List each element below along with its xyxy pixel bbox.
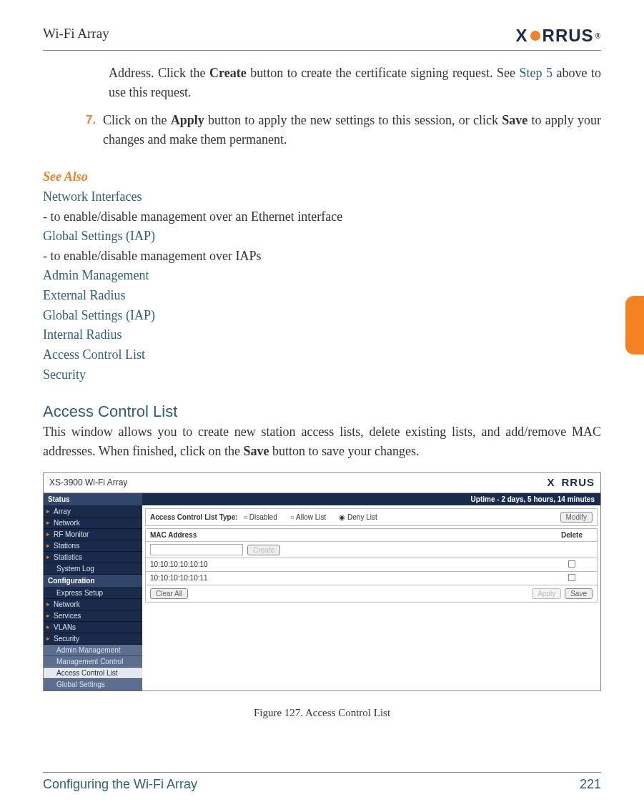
see-also-heading: See Also (43, 169, 601, 184)
sidebar-item[interactable]: Stations (44, 540, 142, 552)
footer-page-number: 221 (580, 777, 601, 792)
create-word: Create (209, 66, 247, 80)
sidebar-sub-active[interactable]: Access Control List (44, 668, 142, 679)
see-also-rest: - to enable/disable management over an E… (43, 209, 342, 224)
sidebar-sub[interactable]: Management Control (44, 656, 142, 668)
screenshot-figure: XS-3900 Wi-Fi Array X RRUS Status Array … (43, 472, 601, 691)
sidebar-item[interactable]: Network (44, 518, 142, 529)
mac-value: 10:10:10:10:10:10 (150, 560, 551, 569)
delete-checkbox[interactable] (568, 560, 575, 568)
radio-deny[interactable]: ◉ Deny List (339, 513, 377, 521)
page-edge-tab (625, 296, 644, 355)
xirrus-logo: X RRUS ® (516, 26, 601, 46)
radio-label: Deny List (347, 513, 377, 521)
sidebar-item[interactable]: Security (44, 633, 142, 645)
sidebar-subitem[interactable]: System Log (44, 563, 142, 575)
fig-logo-after: RRUS (561, 476, 595, 488)
step-7: 7. Click on the Apply button to apply th… (86, 111, 601, 149)
apply-button[interactable]: Apply (532, 588, 561, 599)
mac-address-header: MAC Address (150, 531, 551, 539)
delete-checkbox[interactable] (568, 574, 575, 581)
radio-label: Allow List (296, 513, 326, 521)
intro-text-a: Address. Click the (109, 66, 209, 80)
logo-reg: ® (595, 32, 601, 40)
figure-wrap: XS-3900 Wi-Fi Array X RRUS Status Array … (43, 472, 601, 719)
section-save-word: Save (244, 444, 269, 458)
device-name: XS-3900 Wi-Fi Array (49, 477, 127, 487)
mac-address-input[interactable] (150, 544, 243, 555)
orange-dot-icon (555, 479, 561, 485)
see-also-list: Network Interfaces - to enable/disable m… (43, 187, 601, 385)
mac-value: 10:10:10:10:10:11 (150, 574, 551, 583)
figure-main-panel: Uptime - 2 days, 5 hours, 14 minutes Acc… (142, 493, 600, 690)
see-also-link[interactable]: Security (43, 365, 601, 385)
action-row: Clear All Apply Save (145, 585, 598, 603)
page-footer: Configuring the Wi-Fi Array 221 (43, 772, 601, 792)
mac-input-row: Create (145, 542, 598, 558)
sidebar-item[interactable]: Array (44, 506, 142, 518)
section-b: button to save your changes. (269, 444, 420, 458)
see-also-link[interactable]: Global Settings (IAP) (43, 306, 601, 326)
see-also-link[interactable]: Global Settings (IAP) (43, 227, 601, 247)
sidebar-status-head: Status (44, 493, 142, 506)
table-row: 10:10:10:10:10:11 (145, 572, 598, 585)
apply-word: Apply (171, 113, 204, 127)
create-button[interactable]: Create (247, 545, 280, 555)
sidebar-item[interactable]: RF Monitor (44, 529, 142, 540)
page-header: Wi-Fi Array X RRUS ® (43, 26, 601, 51)
delete-header: Delete (551, 531, 593, 539)
sidebar-config-head: Configuration (44, 575, 142, 588)
intro-paragraph: Address. Click the Create button to crea… (109, 64, 601, 102)
orange-dot-icon (530, 31, 540, 41)
modify-button[interactable]: Modify (560, 512, 593, 523)
figure-caption: Figure 127. Access Control List (43, 707, 601, 719)
sidebar-sub[interactable]: Admin Management (44, 645, 142, 656)
table-header: MAC Address Delete (145, 528, 598, 542)
step5-link[interactable]: Step 5 (520, 66, 553, 80)
see-also-link[interactable]: Admin Management (43, 266, 601, 286)
step7-b: button to apply the new settings to this… (204, 113, 502, 127)
logo-rest: RRUS (543, 26, 594, 46)
radio-allow[interactable]: ○ Allow List (290, 513, 327, 521)
figure-logo: X RRUS (547, 476, 595, 488)
section-paragraph: This window allows you to create new sta… (43, 422, 601, 461)
logo-letter: X (516, 26, 528, 46)
see-also-link[interactable]: Network Interfaces (43, 187, 601, 207)
radio-disabled[interactable]: ○ Disabled (243, 513, 277, 521)
figure-sidebar: Status Array Network RF Monitor Stations… (44, 493, 142, 690)
sidebar-sub[interactable]: Global Settings (44, 679, 142, 690)
save-word: Save (502, 113, 527, 127)
save-button[interactable]: Save (565, 588, 593, 599)
table-row: 10:10:10:10:10:10 (145, 558, 598, 572)
clear-all-button[interactable]: Clear All (150, 588, 188, 599)
intro-text-b: button to create the certificate signing… (247, 66, 520, 80)
header-title: Wi-Fi Array (43, 26, 109, 41)
see-also-link[interactable]: Access Control List (43, 345, 601, 365)
sidebar-item[interactable]: Network (44, 599, 142, 610)
acl-type-label: Access Control List Type: (150, 513, 243, 521)
step7-a: Click on the (103, 113, 171, 127)
radio-label: Disabled (249, 513, 277, 521)
sidebar-item[interactable]: Statistics (44, 552, 142, 563)
section-heading: Access Control List (43, 402, 601, 421)
footer-left: Configuring the Wi-Fi Array (43, 777, 197, 792)
sidebar-item[interactable]: VLANs (44, 622, 142, 633)
uptime-bar: Uptime - 2 days, 5 hours, 14 minutes (142, 493, 600, 505)
fig-logo-before: X (547, 476, 555, 488)
see-also-rest: - to enable/disable management over IAPs (43, 249, 261, 263)
acl-type-row: Access Control List Type: ○ Disabled ○ A… (145, 508, 598, 526)
step-number: 7. (86, 111, 103, 149)
see-also-link[interactable]: External Radius (43, 286, 601, 306)
sidebar-item[interactable]: Services (44, 610, 142, 622)
see-also-link[interactable]: Internal Radius (43, 325, 601, 345)
sidebar-subitem[interactable]: Express Setup (44, 588, 142, 599)
